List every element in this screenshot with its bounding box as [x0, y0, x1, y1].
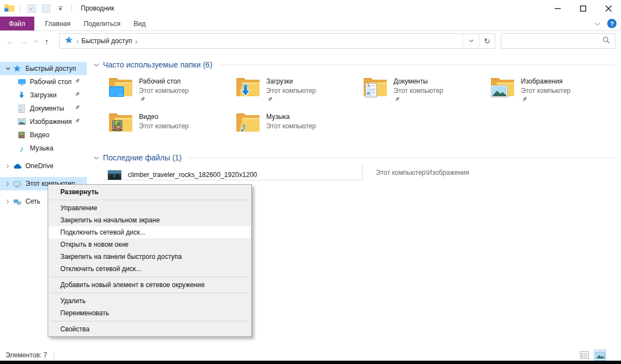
minimize-button[interactable] — [545, 0, 570, 17]
new-folder-button[interactable] — [40, 3, 51, 14]
tab-share[interactable]: Поделиться — [77, 17, 127, 30]
group-header-frequent[interactable]: Часто используемые папки (6) — [94, 60, 615, 70]
menu-item-pin-to-quick-access[interactable]: Закрепить на панели быстрого доступа — [49, 251, 251, 263]
items-count-label: Элементов: 7 — [0, 351, 47, 359]
film-icon — [17, 131, 27, 139]
pin-icon — [74, 118, 80, 126]
tile-pictures[interactable]: Изображения Этот компьютер — [490, 76, 617, 108]
tile-name: Рабочий стол — [139, 77, 189, 85]
tile-location: Этот компьютер — [394, 87, 443, 95]
sidebar-item-onedrive[interactable]: OneDrive — [0, 159, 87, 173]
menu-item-manage[interactable]: Управление — [49, 202, 251, 214]
music-note-icon: ♪ — [17, 144, 27, 153]
cloud-icon — [12, 163, 22, 169]
chevron-right-icon[interactable] — [3, 199, 12, 204]
sidebar-item-quick-access[interactable]: Быстрый доступ — [0, 62, 87, 75]
close-button[interactable] — [596, 0, 621, 17]
sidebar-item-desktop[interactable]: Рабочий стол — [0, 75, 87, 89]
quick-access-star-icon — [65, 36, 73, 46]
menu-item-disconnect-network-drive[interactable]: Отключить сетевой диск... — [49, 263, 251, 275]
tab-file[interactable]: Файл — [0, 17, 34, 30]
pin-icon — [266, 96, 316, 105]
breadcrumb-quick-access[interactable]: Быстрый доступ — [81, 37, 132, 45]
menu-item-map-network-drive[interactable]: Подключить сетевой диск... — [49, 226, 251, 238]
tile-videos[interactable]: Видео Этот компьютер — [108, 112, 235, 143]
context-menu: Развернуть Управление Закрепить на начал… — [48, 184, 252, 337]
tab-view[interactable]: Вид — [127, 17, 152, 30]
address-dropdown-button[interactable] — [463, 34, 479, 48]
title-bar: ✓ Проводник — [0, 0, 621, 17]
menu-item-open-in-new-window[interactable]: Открыть в новом окне — [49, 238, 251, 251]
navigation-bar: ← → ↑ › Быстрый доступ › ↻ — [0, 32, 621, 51]
menu-item-rename[interactable]: Переименовать — [49, 307, 251, 319]
document-overlay-icon: A — [365, 83, 377, 99]
window-title: Проводник — [81, 4, 114, 12]
document-icon — [17, 105, 27, 113]
menu-item-add-network-location[interactable]: Добавить новый элемент в сетевое окружен… — [49, 279, 251, 291]
film-overlay-icon — [111, 118, 123, 134]
sidebar-item-pictures[interactable]: Изображения — [0, 115, 87, 128]
menu-item-expand[interactable]: Развернуть — [49, 186, 251, 198]
this-pc-icon — [12, 180, 22, 188]
maximize-button[interactable] — [570, 0, 596, 17]
customize-toolbar-dropdown[interactable] — [55, 3, 66, 14]
tile-documents[interactable]: A Документы Этот компьютер — [363, 76, 490, 108]
forward-button[interactable]: → — [17, 34, 31, 49]
back-button[interactable]: ← — [3, 34, 17, 49]
chevron-right-icon[interactable] — [3, 181, 12, 186]
refresh-button[interactable]: ↻ — [479, 34, 495, 48]
network-icon — [12, 197, 22, 206]
ribbon-tab-bar: Файл Главная Поделиться Вид ? — [0, 17, 621, 31]
sidebar-item-videos[interactable]: Видео — [0, 128, 87, 142]
file-path: Этот компьютер\Изображения — [376, 169, 469, 176]
search-icon — [598, 37, 615, 45]
frequent-folders-grid: Рабочий стол Этот компьютер Загрузки Это… — [108, 76, 617, 143]
address-bar[interactable]: › Быстрый доступ › ↻ — [59, 33, 495, 49]
download-overlay-icon — [239, 84, 252, 99]
window-controls — [545, 0, 621, 17]
desktop-overlay-icon — [109, 86, 125, 99]
chevron-down-icon[interactable] — [3, 67, 12, 70]
recent-file-row[interactable]: climber_traveler_rocks_182600_1920x1200 … — [104, 167, 257, 183]
desktop-icon — [17, 78, 27, 86]
svg-text:A: A — [367, 84, 370, 89]
details-view-button[interactable] — [579, 350, 590, 360]
breadcrumb-chevron-icon: › — [135, 37, 137, 44]
menu-item-delete[interactable]: Удалить — [49, 295, 251, 307]
tile-music[interactable]: ♪ Музыка Этот компьютер — [235, 112, 363, 143]
toolbar-separator — [71, 4, 72, 13]
pin-icon — [394, 96, 443, 105]
folder-icon — [235, 76, 261, 98]
chevron-right-icon[interactable] — [3, 164, 12, 169]
search-box[interactable] — [501, 33, 615, 49]
folder-icon — [108, 112, 133, 134]
sidebar-item-music[interactable]: ♪ Музыка — [0, 142, 87, 155]
thumbnails-view-button[interactable] — [594, 350, 606, 360]
tile-downloads[interactable]: Загрузки Этот компьютер — [235, 76, 363, 108]
menu-item-properties[interactable]: Свойства — [49, 323, 251, 335]
sidebar-item-downloads[interactable]: Загрузки — [0, 89, 87, 102]
search-input[interactable] — [501, 34, 598, 48]
expand-ribbon-chevron-icon[interactable] — [594, 20, 601, 28]
breadcrumb-chevron-icon: › — [76, 37, 78, 44]
tile-location: Этот компьютер — [266, 87, 316, 95]
sidebar-item-documents[interactable]: Документы — [0, 102, 87, 115]
recent-locations-chevron[interactable] — [31, 34, 40, 49]
up-button[interactable]: ↑ — [40, 34, 54, 49]
folder-icon — [490, 76, 515, 98]
download-arrow-icon — [17, 91, 27, 99]
help-icon[interactable]: ? — [607, 19, 617, 28]
tile-desktop[interactable]: Рабочий стол Этот компьютер — [108, 76, 235, 108]
explorer-logo-icon — [4, 3, 14, 13]
folder-icon: ♪ — [235, 112, 261, 134]
properties-check-button[interactable]: ✓ — [26, 3, 37, 14]
menu-item-pin-to-start[interactable]: Закрепить на начальном экране — [49, 214, 251, 226]
tile-name: Музыка — [266, 113, 316, 121]
picture-overlay-icon — [491, 85, 508, 99]
collapse-group-chevron-icon[interactable] — [94, 156, 99, 160]
group-header-recent[interactable]: Последние файлы (1) — [94, 153, 615, 163]
tab-home[interactable]: Главная — [39, 17, 77, 30]
folder-icon: A — [363, 76, 388, 98]
pin-icon — [521, 96, 571, 105]
collapse-group-chevron-icon[interactable] — [94, 63, 99, 67]
